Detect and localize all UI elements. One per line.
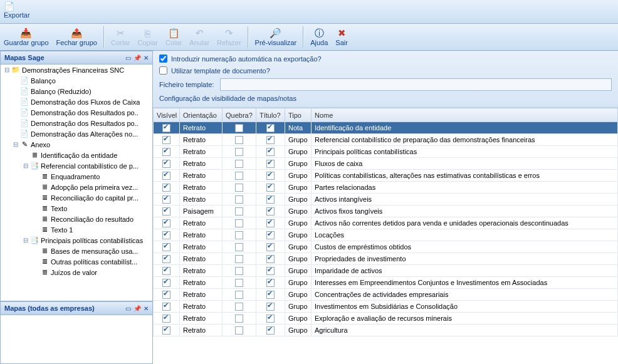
tree-view[interactable]: ⊟📁Demonstrações Financeiras SNC📄Balanço📄…	[0, 65, 153, 301]
title-checkbox[interactable]	[266, 326, 275, 335]
table-row[interactable]: RetratoNotaIdentificação da entidade	[154, 122, 618, 134]
tree-node[interactable]: ≣Adopção pela primeira vez...	[1, 182, 152, 192]
visible-checkbox[interactable]	[162, 207, 170, 216]
pin-icon[interactable]: 📌	[134, 305, 141, 312]
break-checkbox[interactable]	[235, 184, 243, 192]
tree-node[interactable]: 📄Demonstração dos Resultados po..	[1, 118, 152, 128]
dropdown-icon[interactable]: ▭	[125, 305, 131, 312]
table-row[interactable]: RetratoGrupoInvestimentos em Subsidiária…	[154, 301, 618, 313]
visible-checkbox[interactable]	[162, 243, 170, 251]
table-row[interactable]: RetratoGrupoImparidade de activos	[154, 265, 618, 277]
file-template-input[interactable]	[220, 78, 612, 91]
tree-node[interactable]: 📄Demonstração das Alterações no...	[1, 128, 152, 139]
title-checkbox[interactable]	[266, 124, 275, 132]
visible-checkbox[interactable]	[162, 195, 170, 204]
tree-node[interactable]: ≣Texto	[1, 203, 152, 214]
expand-icon[interactable]: ⊟	[12, 141, 19, 148]
cell-orientation[interactable]: Retrato	[180, 134, 223, 146]
table-row[interactable]: RetratoGrupoInteresses em Empreendimento…	[154, 277, 618, 289]
tree-node[interactable]: ≣Identificação da entidade	[1, 150, 152, 160]
cell-orientation[interactable]: Retrato	[180, 265, 223, 277]
title-checkbox[interactable]	[266, 219, 275, 227]
table-row[interactable]: RetratoGrupoAgricultura	[154, 325, 618, 336]
table-row[interactable]: RetratoGrupoPropriedades de investimento	[154, 253, 618, 265]
break-checkbox[interactable]	[235, 195, 243, 204]
visible-checkbox[interactable]	[162, 315, 170, 323]
visible-checkbox[interactable]	[162, 219, 170, 227]
col-orientation[interactable]: Orientação	[180, 108, 223, 122]
break-checkbox[interactable]	[235, 148, 243, 156]
table-row[interactable]: RetratoGrupoConcentrações de actividades…	[154, 289, 618, 301]
tree-node[interactable]: ≣Enquadramento	[1, 171, 152, 182]
cell-orientation[interactable]: Retrato	[180, 301, 223, 313]
break-checkbox[interactable]	[235, 326, 243, 335]
cell-orientation[interactable]: Retrato	[180, 289, 223, 301]
close-icon[interactable]: ✕	[144, 55, 149, 61]
tree-root[interactable]: ⊟📁Demonstrações Financeiras SNC	[1, 65, 152, 75]
title-checkbox[interactable]	[266, 207, 275, 216]
break-checkbox[interactable]	[235, 124, 243, 132]
title-checkbox[interactable]	[266, 267, 275, 275]
title-checkbox[interactable]	[266, 255, 275, 263]
title-checkbox[interactable]	[266, 195, 275, 204]
tree-node[interactable]: ≣Reconciliação do resultado	[1, 214, 152, 224]
tree-node[interactable]: ⊟📑Referencial contabilístico de p...	[1, 160, 152, 171]
cell-orientation[interactable]: Retrato	[180, 146, 223, 158]
cell-orientation[interactable]: Retrato	[180, 313, 223, 325]
visible-checkbox[interactable]	[162, 279, 170, 287]
exit-button[interactable]: ✖Sair	[332, 24, 352, 50]
table-row[interactable]: RetratoGrupoActivos intangíveis	[154, 194, 618, 205]
dropdown-icon[interactable]: ▭	[125, 55, 131, 61]
grid-wrapper[interactable]: Visível Orientação Quebra? Título? Tipo …	[153, 108, 618, 364]
title-checkbox[interactable]	[266, 172, 275, 180]
table-row[interactable]: RetratoGrupoLocações	[154, 229, 618, 241]
table-row[interactable]: RetratoGrupoCustos de empréstimos obtido…	[154, 241, 618, 253]
table-row[interactable]: RetratoGrupoFluxos de caixa	[154, 158, 618, 170]
visible-checkbox[interactable]	[162, 255, 170, 263]
cell-orientation[interactable]: Retrato	[180, 277, 223, 289]
visible-checkbox[interactable]	[162, 148, 170, 156]
break-checkbox[interactable]	[235, 267, 243, 275]
break-checkbox[interactable]	[235, 291, 243, 299]
visible-checkbox[interactable]	[162, 303, 170, 311]
break-checkbox[interactable]	[235, 243, 243, 251]
auto-numbering-checkbox[interactable]	[159, 55, 167, 63]
cell-orientation[interactable]: Retrato	[180, 217, 223, 229]
cell-orientation[interactable]: Retrato	[180, 182, 223, 194]
visible-checkbox[interactable]	[162, 172, 170, 180]
col-type[interactable]: Tipo	[285, 108, 312, 122]
help-button[interactable]: ⓘAjuda	[306, 24, 332, 50]
tree-node[interactable]: ⊟✎Anexo	[1, 139, 152, 150]
title-checkbox[interactable]	[266, 303, 275, 311]
table-row[interactable]: RetratoGrupoExploração e avaliação de re…	[154, 313, 618, 325]
title-checkbox[interactable]	[266, 291, 275, 299]
table-row[interactable]: PaisagemGrupoActivos fixos tangíveis	[154, 205, 618, 217]
tree-node[interactable]: ≣Texto 1	[1, 224, 152, 235]
break-checkbox[interactable]	[235, 303, 243, 311]
break-checkbox[interactable]	[235, 136, 243, 144]
title-checkbox[interactable]	[266, 136, 275, 144]
expand-icon[interactable]: ⊟	[22, 162, 29, 169]
title-checkbox[interactable]	[266, 184, 275, 192]
use-template-checkbox[interactable]	[159, 66, 167, 75]
tree-node[interactable]: ⊟📑Principais políticas contabilísticas	[1, 235, 152, 246]
tree-node[interactable]: 📄Demonstração dos Resultados po..	[1, 107, 152, 118]
cell-orientation[interactable]: Retrato	[180, 194, 223, 205]
expand-icon[interactable]: ⊟	[3, 66, 11, 73]
title-checkbox[interactable]	[266, 160, 275, 168]
cell-orientation[interactable]: Retrato	[180, 325, 223, 336]
break-checkbox[interactable]	[235, 279, 243, 287]
tree-node[interactable]: 📄Demonstração dos Fluxos de Caixa	[1, 96, 152, 107]
save-group-button[interactable]: 📥Guardar grupo	[0, 24, 53, 50]
table-row[interactable]: RetratoGrupoPrincipais políticas contabi…	[154, 146, 618, 158]
table-row[interactable]: RetratoGrupoReferencial contabilístico d…	[154, 134, 618, 146]
table-row[interactable]: RetratoGrupoPolíticas contabilísticas, a…	[154, 170, 618, 182]
break-checkbox[interactable]	[235, 315, 243, 323]
cell-orientation[interactable]: Paisagem	[180, 205, 223, 217]
option-use-template[interactable]: Utilizar template de documento?	[159, 66, 612, 75]
break-checkbox[interactable]	[235, 219, 243, 227]
visible-checkbox[interactable]	[162, 184, 170, 192]
cell-orientation[interactable]: Retrato	[180, 241, 223, 253]
break-checkbox[interactable]	[235, 255, 243, 263]
table-row[interactable]: RetratoGrupoActivos não correntes detido…	[154, 217, 618, 229]
